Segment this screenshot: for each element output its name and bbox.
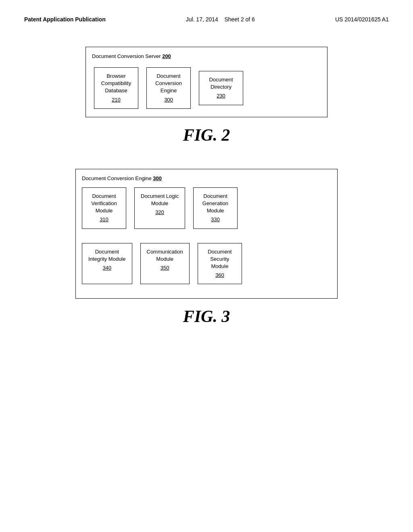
module-dce-line3: Engine bbox=[161, 87, 177, 94]
module-ds-ref: 360 bbox=[204, 272, 236, 279]
module-doc-integrity: Document Integrity Module 340 bbox=[82, 243, 132, 285]
fig2-title-ref: 200 bbox=[162, 53, 171, 59]
fig2-title-text: Document Conversion Server bbox=[92, 53, 161, 59]
page-header: Patent Application Publication Jul. 17, … bbox=[24, 16, 389, 23]
module-doc-directory: Document Directory 230 bbox=[199, 71, 243, 105]
fig3-row1: Document Verification Module 310 Documen… bbox=[82, 187, 331, 229]
patent-number: US 2014/0201625 A1 bbox=[335, 16, 389, 23]
module-doc-conversion-engine: Document Conversion Engine 300 bbox=[146, 67, 191, 109]
module-browser-compatibility: Browser Compatibility Database 210 bbox=[94, 67, 138, 109]
fig3-diagram-box: Document Conversion Engine 300 Document … bbox=[75, 169, 338, 299]
module-browser-line3: Database bbox=[105, 87, 127, 94]
header-right: US 2014/0201625 A1 bbox=[335, 16, 389, 23]
module-dd-line1: Document bbox=[209, 77, 233, 83]
fig3-title: Document Conversion Engine 300 bbox=[82, 175, 331, 181]
fig3-section: Document Conversion Engine 300 Document … bbox=[75, 169, 338, 326]
fig2-label: FIG. 2 bbox=[86, 125, 327, 145]
module-doc-generation: Document Generation Module 330 bbox=[193, 187, 238, 229]
fig3-row2: Document Integrity Module 340 Communicat… bbox=[82, 243, 331, 285]
header-left: Patent Application Publication bbox=[24, 16, 106, 23]
module-browser-ref: 210 bbox=[100, 96, 132, 104]
module-communication: Communication Module 350 bbox=[140, 243, 190, 285]
module-dd-line2: Directory bbox=[211, 84, 232, 90]
page: Patent Application Publication Jul. 17, … bbox=[0, 0, 413, 532]
module-browser-line2: Compatibility bbox=[101, 80, 131, 86]
sheet-label: Sheet 2 of 6 bbox=[224, 16, 255, 23]
fig2-title: Document Conversion Server 200 bbox=[92, 53, 321, 59]
fig3-title-text: Document Conversion Engine bbox=[82, 175, 152, 181]
module-doc-logic: Document Logic Module 320 bbox=[134, 187, 185, 229]
module-dce-ref: 300 bbox=[153, 96, 184, 104]
module-dv-ref: 310 bbox=[88, 216, 120, 223]
module-doc-security: Document Security Module 360 bbox=[198, 243, 242, 285]
module-cm-ref: 350 bbox=[147, 264, 183, 272]
module-dg-ref: 330 bbox=[200, 216, 231, 223]
header-center: Jul. 17, 2014 Sheet 2 of 6 bbox=[186, 16, 255, 23]
fig3-label: FIG. 3 bbox=[75, 307, 338, 326]
module-dce-line1: Document bbox=[156, 73, 180, 79]
module-dd-ref: 230 bbox=[205, 92, 237, 100]
module-dl-ref: 320 bbox=[141, 209, 179, 216]
fig2-diagram-box: Document Conversion Server 200 Browser C… bbox=[86, 47, 327, 117]
fig2-modules-row: Browser Compatibility Database 210 Docum… bbox=[92, 65, 321, 111]
fig3-modules-grid: Document Verification Module 310 Documen… bbox=[82, 187, 331, 293]
fig3-title-ref: 300 bbox=[153, 175, 162, 181]
date-label: Jul. 17, 2014 bbox=[186, 16, 218, 23]
module-doc-verification: Document Verification Module 310 bbox=[82, 187, 126, 229]
module-di-ref: 340 bbox=[88, 264, 126, 272]
module-browser-line1: Browser bbox=[106, 73, 126, 79]
module-dce-line2: Conversion bbox=[155, 80, 182, 86]
publication-label: Patent Application Publication bbox=[24, 16, 106, 23]
fig2-section: Document Conversion Server 200 Browser C… bbox=[86, 47, 327, 145]
